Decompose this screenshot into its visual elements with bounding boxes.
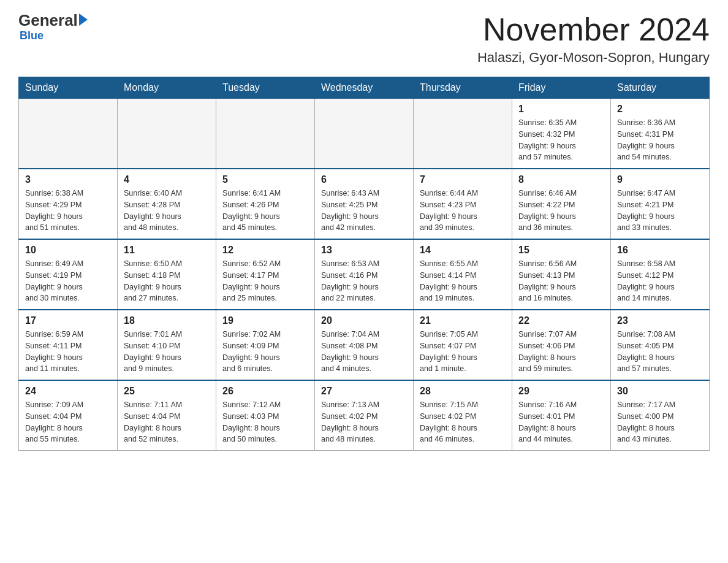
calendar-cell: 20Sunrise: 7:04 AM Sunset: 4:08 PM Dayli… <box>315 310 414 380</box>
day-number: 7 <box>420 174 506 185</box>
calendar-cell: 7Sunrise: 6:44 AM Sunset: 4:23 PM Daylig… <box>414 169 512 239</box>
day-number: 10 <box>25 245 111 256</box>
day-info: Sunrise: 6:50 AM Sunset: 4:18 PM Dayligh… <box>124 258 210 304</box>
day-info: Sunrise: 6:36 AM Sunset: 4:31 PM Dayligh… <box>617 117 703 163</box>
header: General Blue November 2024 Halaszi, Gyor… <box>18 12 710 66</box>
day-number: 21 <box>420 315 506 326</box>
day-number: 9 <box>617 174 703 185</box>
day-info: Sunrise: 7:16 AM Sunset: 4:01 PM Dayligh… <box>518 399 604 445</box>
calendar-cell: 9Sunrise: 6:47 AM Sunset: 4:21 PM Daylig… <box>611 169 710 239</box>
weekday-header-monday: Monday <box>118 77 216 99</box>
calendar-cell: 12Sunrise: 6:52 AM Sunset: 4:17 PM Dayli… <box>216 239 315 310</box>
logo-subtitle: Blue <box>18 29 44 42</box>
day-number: 20 <box>321 315 407 326</box>
calendar-cell: 5Sunrise: 6:41 AM Sunset: 4:26 PM Daylig… <box>216 169 315 239</box>
calendar-cell: 24Sunrise: 7:09 AM Sunset: 4:04 PM Dayli… <box>19 380 118 451</box>
calendar-cell: 8Sunrise: 6:46 AM Sunset: 4:22 PM Daylig… <box>512 169 611 239</box>
day-info: Sunrise: 6:35 AM Sunset: 4:32 PM Dayligh… <box>518 117 604 163</box>
calendar-cell: 28Sunrise: 7:15 AM Sunset: 4:02 PM Dayli… <box>414 380 512 451</box>
day-number: 13 <box>321 245 407 256</box>
weekday-header-sunday: Sunday <box>19 77 118 99</box>
day-number: 22 <box>518 315 604 326</box>
calendar-row: 3Sunrise: 6:38 AM Sunset: 4:29 PM Daylig… <box>19 169 710 239</box>
day-number: 19 <box>222 315 308 326</box>
calendar-cell <box>414 99 512 169</box>
day-info: Sunrise: 6:58 AM Sunset: 4:12 PM Dayligh… <box>617 258 703 304</box>
calendar-cell: 6Sunrise: 6:43 AM Sunset: 4:25 PM Daylig… <box>315 169 414 239</box>
calendar-cell <box>315 99 414 169</box>
day-info: Sunrise: 6:41 AM Sunset: 4:26 PM Dayligh… <box>222 188 308 234</box>
calendar-cell: 14Sunrise: 6:55 AM Sunset: 4:14 PM Dayli… <box>414 239 512 310</box>
day-number: 6 <box>321 174 407 185</box>
weekday-header-wednesday: Wednesday <box>315 77 414 99</box>
calendar-cell <box>118 99 216 169</box>
weekday-header-tuesday: Tuesday <box>216 77 315 99</box>
calendar-row: 10Sunrise: 6:49 AM Sunset: 4:19 PM Dayli… <box>19 239 710 310</box>
weekday-header-friday: Friday <box>512 77 611 99</box>
calendar-cell: 2Sunrise: 6:36 AM Sunset: 4:31 PM Daylig… <box>611 99 710 169</box>
day-info: Sunrise: 7:09 AM Sunset: 4:04 PM Dayligh… <box>25 399 111 445</box>
day-info: Sunrise: 7:02 AM Sunset: 4:09 PM Dayligh… <box>222 329 308 375</box>
calendar-cell: 17Sunrise: 6:59 AM Sunset: 4:11 PM Dayli… <box>19 310 118 380</box>
calendar-cell <box>19 99 118 169</box>
calendar-cell: 22Sunrise: 7:07 AM Sunset: 4:06 PM Dayli… <box>512 310 611 380</box>
calendar-row: 1Sunrise: 6:35 AM Sunset: 4:32 PM Daylig… <box>19 99 710 169</box>
day-number: 25 <box>124 386 210 397</box>
day-number: 27 <box>321 386 407 397</box>
day-info: Sunrise: 7:08 AM Sunset: 4:05 PM Dayligh… <box>617 329 703 375</box>
day-number: 17 <box>25 315 111 326</box>
calendar-cell: 25Sunrise: 7:11 AM Sunset: 4:04 PM Dayli… <box>118 380 216 451</box>
day-number: 14 <box>420 245 506 256</box>
day-info: Sunrise: 7:15 AM Sunset: 4:02 PM Dayligh… <box>420 399 506 445</box>
day-number: 4 <box>124 174 210 185</box>
day-number: 12 <box>222 245 308 256</box>
day-number: 2 <box>617 104 703 115</box>
day-info: Sunrise: 7:07 AM Sunset: 4:06 PM Dayligh… <box>518 329 604 375</box>
day-info: Sunrise: 7:05 AM Sunset: 4:07 PM Dayligh… <box>420 329 506 375</box>
calendar-cell: 27Sunrise: 7:13 AM Sunset: 4:02 PM Dayli… <box>315 380 414 451</box>
day-info: Sunrise: 6:55 AM Sunset: 4:14 PM Dayligh… <box>420 258 506 304</box>
calendar-cell <box>216 99 315 169</box>
day-info: Sunrise: 7:04 AM Sunset: 4:08 PM Dayligh… <box>321 329 407 375</box>
day-info: Sunrise: 6:44 AM Sunset: 4:23 PM Dayligh… <box>420 188 506 234</box>
logo-general: General <box>18 12 78 28</box>
day-number: 24 <box>25 386 111 397</box>
day-number: 1 <box>518 104 604 115</box>
logo-arrow-icon <box>79 13 88 26</box>
day-number: 3 <box>25 174 111 185</box>
day-number: 8 <box>518 174 604 185</box>
calendar-cell: 16Sunrise: 6:58 AM Sunset: 4:12 PM Dayli… <box>611 239 710 310</box>
day-info: Sunrise: 7:01 AM Sunset: 4:10 PM Dayligh… <box>124 329 210 375</box>
calendar-cell: 18Sunrise: 7:01 AM Sunset: 4:10 PM Dayli… <box>118 310 216 380</box>
day-info: Sunrise: 6:56 AM Sunset: 4:13 PM Dayligh… <box>518 258 604 304</box>
day-number: 16 <box>617 245 703 256</box>
calendar-cell: 1Sunrise: 6:35 AM Sunset: 4:32 PM Daylig… <box>512 99 611 169</box>
day-info: Sunrise: 6:49 AM Sunset: 4:19 PM Dayligh… <box>25 258 111 304</box>
page-title: November 2024 <box>477 12 710 47</box>
day-number: 30 <box>617 386 703 397</box>
calendar-cell: 30Sunrise: 7:17 AM Sunset: 4:00 PM Dayli… <box>611 380 710 451</box>
day-number: 18 <box>124 315 210 326</box>
calendar-row: 24Sunrise: 7:09 AM Sunset: 4:04 PM Dayli… <box>19 380 710 451</box>
logo: General Blue <box>18 12 88 42</box>
day-info: Sunrise: 6:43 AM Sunset: 4:25 PM Dayligh… <box>321 188 407 234</box>
day-info: Sunrise: 7:17 AM Sunset: 4:00 PM Dayligh… <box>617 399 703 445</box>
day-info: Sunrise: 6:59 AM Sunset: 4:11 PM Dayligh… <box>25 329 111 375</box>
day-number: 26 <box>222 386 308 397</box>
day-info: Sunrise: 6:40 AM Sunset: 4:28 PM Dayligh… <box>124 188 210 234</box>
calendar-cell: 11Sunrise: 6:50 AM Sunset: 4:18 PM Dayli… <box>118 239 216 310</box>
day-number: 5 <box>222 174 308 185</box>
day-info: Sunrise: 6:46 AM Sunset: 4:22 PM Dayligh… <box>518 188 604 234</box>
calendar-table: SundayMondayTuesdayWednesdayThursdayFrid… <box>18 77 710 451</box>
calendar-cell: 26Sunrise: 7:12 AM Sunset: 4:03 PM Dayli… <box>216 380 315 451</box>
day-number: 11 <box>124 245 210 256</box>
day-number: 23 <box>617 315 703 326</box>
day-info: Sunrise: 6:52 AM Sunset: 4:17 PM Dayligh… <box>222 258 308 304</box>
day-info: Sunrise: 6:38 AM Sunset: 4:29 PM Dayligh… <box>25 188 111 234</box>
calendar-cell: 21Sunrise: 7:05 AM Sunset: 4:07 PM Dayli… <box>414 310 512 380</box>
day-info: Sunrise: 6:47 AM Sunset: 4:21 PM Dayligh… <box>617 188 703 234</box>
calendar-header-row: SundayMondayTuesdayWednesdayThursdayFrid… <box>19 77 710 99</box>
logo-text: General <box>18 12 88 28</box>
calendar-cell: 3Sunrise: 6:38 AM Sunset: 4:29 PM Daylig… <box>19 169 118 239</box>
day-info: Sunrise: 7:12 AM Sunset: 4:03 PM Dayligh… <box>222 399 308 445</box>
